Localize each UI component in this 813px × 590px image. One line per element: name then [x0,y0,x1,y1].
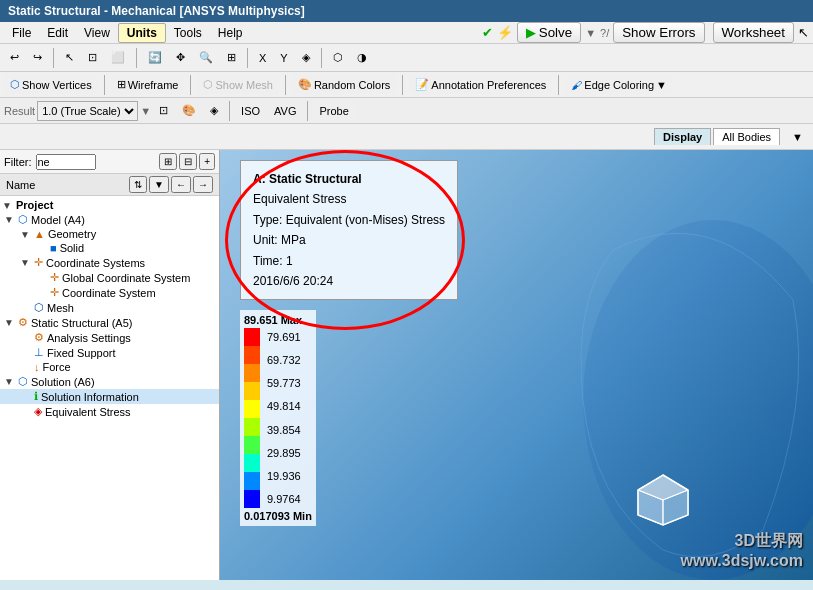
wireframe-label: Wireframe [128,79,179,91]
zoom-btn[interactable]: 🔍 [193,48,219,67]
expand-all-btn[interactable]: ⊞ [159,153,177,170]
svg-point-4 [583,220,813,580]
tree-coord-system[interactable]: ✛ Coordinate System [0,285,219,300]
probe-label: Probe [319,105,348,117]
display-tab-bar: Display All Bodies ▼ [0,124,813,150]
tree-solution[interactable]: ▼ ⬡ Solution (A6) [0,374,219,389]
fixed-support-label: Fixed Support [47,347,115,359]
legend-bar: 79.69169.73259.77349.81439.85429.89519.9… [244,328,312,508]
menu-edit[interactable]: Edit [39,24,76,42]
show-vertices-icon: ⬡ [10,78,20,91]
stress-icon: ◈ [34,405,42,418]
forward-btn[interactable]: → [193,176,213,193]
tree-static-struct[interactable]: ▼ ⚙ Static Structural (A5) [0,315,219,330]
tree-analysis-settings[interactable]: ⚙ Analysis Settings [0,330,219,345]
tree-solution-info[interactable]: ℹ Solution Information [0,389,219,404]
display-tab[interactable]: Display [654,128,711,145]
tree-geometry[interactable]: ▼ ▲ Geometry [0,227,219,241]
info-line1: Equivalent Stress [253,189,445,209]
info-title: A: Static Structural [253,169,445,189]
tree-model[interactable]: ▼ ⬡ Model (A4) [0,212,219,227]
tree-force[interactable]: ↓ Force [0,360,219,374]
fit-btn[interactable]: ⊞ [221,48,242,67]
coord-icon: ✛ [50,286,59,299]
menu-view[interactable]: View [76,24,118,42]
probe-button[interactable]: Probe [313,102,354,120]
menu-file[interactable]: File [4,24,39,42]
fixed-icon: ⊥ [34,346,44,359]
tree-solid[interactable]: ■ Solid [0,241,219,255]
show-mesh-label: Show Mesh [215,79,272,91]
isoview-btn[interactable]: ◈ [296,48,316,67]
sep7 [285,75,286,95]
solution-icon: ⬡ [18,375,28,388]
info-line3: Unit: MPa [253,230,445,250]
wireframe-button[interactable]: ⊞ Wireframe [111,75,185,94]
legend-color-strip [244,328,260,508]
scale-select[interactable]: 1.0 (True Scale) [37,101,138,121]
cursor-btn[interactable]: ↖ [59,48,80,67]
mesh-icon: ⬡ [34,301,44,314]
show-errors-label: Show Errors [622,25,695,40]
lightning-icon: ⚡ [497,25,513,40]
shading-btn[interactable]: ◑ [351,48,373,67]
global-coord-icon: ✛ [50,271,59,284]
xview-btn[interactable]: X [253,49,272,67]
show-vertices-button[interactable]: ⬡ Show Vertices [4,75,98,94]
yview-btn[interactable]: Y [274,49,293,67]
color-btn[interactable]: 🎨 [176,101,202,120]
pan-btn[interactable]: ✥ [170,48,191,67]
tree-mesh[interactable]: ⬡ Mesh [0,300,219,315]
random-colors-button[interactable]: 🎨 Random Colors [292,75,396,94]
menu-units[interactable]: Units [118,23,166,43]
annotation-prefs-button[interactable]: 📝 Annotation Preferences [409,75,552,94]
redo-button[interactable]: ↪ [27,48,48,67]
wireframe-icon: ⊞ [117,78,126,91]
icon-toolbar: ↩ ↪ ↖ ⊡ ⬜ 🔄 ✥ 🔍 ⊞ X Y ◈ ⬡ ◑ [0,44,813,72]
backward-btn[interactable]: ← [171,176,191,193]
scale-toolbar: Result 1.0 (True Scale) ▼ ⊡ 🎨 ◈ ISO AVG … [0,98,813,124]
solve-button[interactable]: ▶ Solve [517,22,581,43]
display-toolbar: ⬡ Show Vertices ⊞ Wireframe ⬡ Show Mesh … [0,72,813,98]
box-btn[interactable]: ⬜ [105,48,131,67]
sep1 [53,48,54,68]
show-errors-button[interactable]: Show Errors [613,22,704,43]
show-mesh-button[interactable]: ⬡ Show Mesh [197,75,278,94]
add-btn[interactable]: + [199,153,215,170]
deform-btn[interactable]: ◈ [204,101,224,120]
sep10 [229,101,230,121]
solve-label: Solve [539,25,572,40]
select-btn[interactable]: ⊡ [82,48,103,67]
model-label: Model (A4) [31,214,85,226]
tree-fixed-support[interactable]: ⊥ Fixed Support [0,345,219,360]
tree-project: ▼ Project [0,198,219,212]
edge-dropdown-arrow: ▼ [656,79,667,91]
watermark-line2: www.3dsjw.com [681,552,803,570]
tree-equiv-stress[interactable]: ◈ Equivalent Stress [0,404,219,419]
filter-label: Filter: [4,156,32,168]
sort-btn[interactable]: ⇅ [129,176,147,193]
menu-help[interactable]: Help [210,24,251,42]
menu-tools[interactable]: Tools [166,24,210,42]
frame-btn[interactable]: ⬡ [327,48,349,67]
tree-coord-systems[interactable]: ▼ ✛ Coordinate Systems [0,255,219,270]
filter-input[interactable] [36,154,96,170]
display-options-btn[interactable]: ⊡ [153,101,174,120]
rainbow-icon: 🎨 [298,78,312,91]
info-line2: Type: Equivalent (von-Mises) Stress [253,210,445,230]
edge-coloring-button[interactable]: 🖌 Edge Coloring ▼ [565,76,673,94]
worksheet-button[interactable]: Worksheet [713,22,794,43]
undo-button[interactable]: ↩ [4,48,25,67]
name-label: Name [6,179,35,191]
struct-icon: ⚙ [18,316,28,329]
tree-global-coord[interactable]: ✛ Global Coordinate System [0,270,219,285]
bodies-dropdown[interactable]: ▼ [786,128,809,146]
show-mesh-icon: ⬡ [203,78,213,91]
iso-btn[interactable]: ISO [235,102,266,120]
all-bodies-tab[interactable]: All Bodies [713,128,780,145]
filter-col-btn[interactable]: ▼ [149,176,169,193]
collapse-all-btn[interactable]: ⊟ [179,153,197,170]
avg-btn[interactable]: AVG [268,102,302,120]
rotate-btn[interactable]: 🔄 [142,48,168,67]
name-bar: Name ⇅ ▼ ← → [0,174,219,196]
